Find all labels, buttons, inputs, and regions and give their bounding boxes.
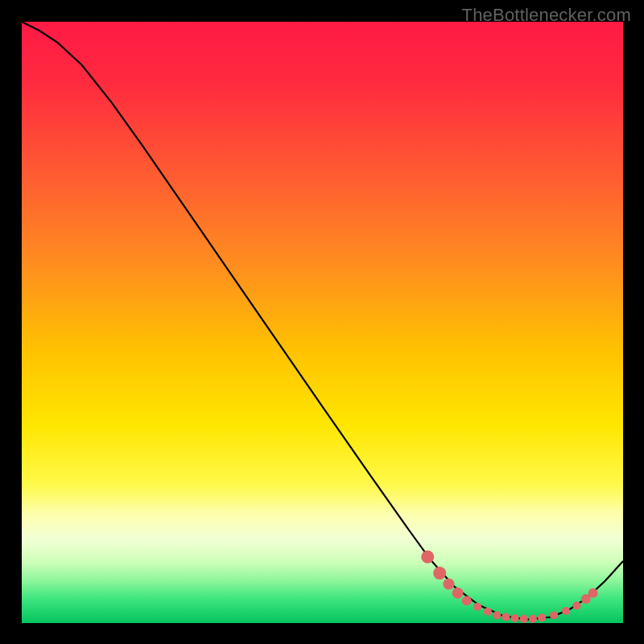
marker-dot <box>529 615 537 623</box>
marker-dot <box>511 614 519 622</box>
marker-dot <box>538 613 546 621</box>
marker-dot <box>443 578 454 589</box>
marker-dot <box>462 596 472 605</box>
marker-dot <box>502 613 510 621</box>
plot-background <box>22 22 623 623</box>
chart-svg <box>0 0 644 644</box>
marker-dot <box>421 551 434 564</box>
marker-dot <box>520 615 528 623</box>
marker-dot <box>588 588 598 598</box>
watermark-text: TheBottlenecker.com <box>462 5 631 26</box>
marker-dot <box>562 607 570 615</box>
marker-dot <box>433 567 446 580</box>
marker-dot <box>484 608 492 616</box>
marker-dot <box>550 611 558 619</box>
marker-dot <box>473 603 481 611</box>
chart-container: TheBottlenecker.com <box>0 0 644 644</box>
marker-dot <box>572 601 580 609</box>
marker-dot <box>452 588 464 599</box>
marker-dot <box>493 611 501 619</box>
